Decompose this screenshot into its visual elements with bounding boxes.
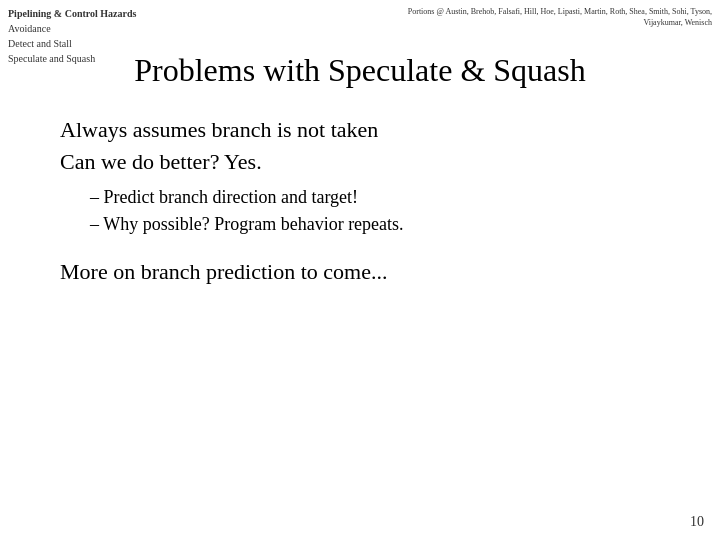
credits-text: Portions @ Austin, Brehob, Falsafi, Hill… bbox=[408, 7, 712, 27]
main-point-1: Always assumes branch is not taken bbox=[60, 117, 660, 143]
page-number: 10 bbox=[690, 514, 704, 530]
breadcrumb-line4: Speculate and Squash bbox=[8, 51, 136, 66]
breadcrumb-line2: Avoidance bbox=[8, 21, 136, 36]
more-point: More on branch prediction to come... bbox=[60, 259, 660, 285]
breadcrumb-line1: Pipelining & Control Hazards bbox=[8, 6, 136, 21]
sub-point-1: Predict branch direction and target! bbox=[90, 187, 660, 208]
main-point-2: Can we do better? Yes. bbox=[60, 149, 660, 175]
breadcrumb-line3: Detect and Stall bbox=[8, 36, 136, 51]
breadcrumb: Pipelining & Control Hazards Avoidance D… bbox=[8, 6, 136, 66]
sub-points: Predict branch direction and target! Why… bbox=[90, 187, 660, 235]
sub-point-2: Why possible? Program behavior repeats. bbox=[90, 214, 660, 235]
credits: Portions @ Austin, Brehob, Falsafi, Hill… bbox=[392, 6, 712, 28]
slide-content: Always assumes branch is not taken Can w… bbox=[0, 117, 720, 285]
